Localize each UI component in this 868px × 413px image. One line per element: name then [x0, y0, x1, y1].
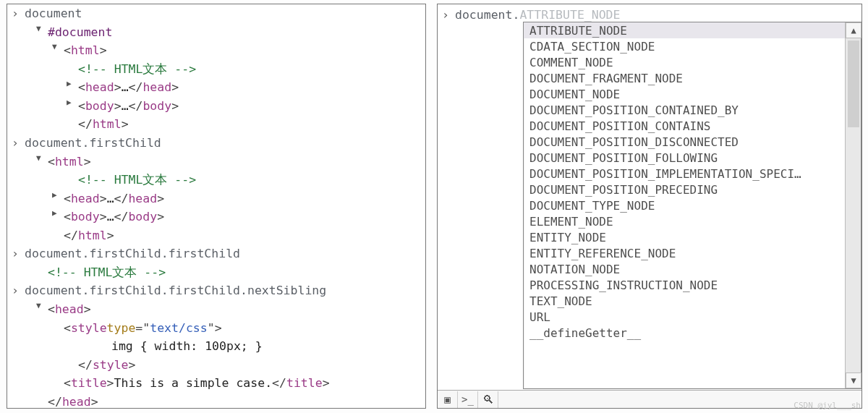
dom-tree-line[interactable]: </head>	[7, 393, 425, 412]
autocomplete-item[interactable]: DOCUMENT_POSITION_PRECEDING	[524, 182, 861, 197]
autocomplete-item[interactable]: URL	[524, 309, 861, 325]
scrollbar[interactable]: ▲ ▼	[845, 22, 861, 388]
console-entry: ›document.firstChild.firstChild	[7, 244, 425, 263]
autocomplete-item[interactable]: NOTATION_NODE	[524, 261, 861, 277]
chevron-right-icon[interactable]	[67, 96, 78, 108]
ghost-completion: ATTRIBUTE_NODE	[519, 8, 620, 22]
autocomplete-item[interactable]: __defineGetter__	[524, 325, 861, 341]
autocomplete-item[interactable]: DOCUMENT_POSITION_DISCONNECTED	[524, 134, 861, 150]
scroll-thumb[interactable]	[848, 41, 859, 127]
dom-tree-line[interactable]: <!-- HTML文本 -->	[7, 60, 425, 79]
console-entry: ›document.firstChild.firstChild.nextSibl…	[7, 281, 425, 300]
chevron-down-icon[interactable]	[52, 41, 64, 53]
autocomplete-item[interactable]: PROCESSING_INSTRUCTION_NODE	[524, 277, 861, 293]
autocomplete-item[interactable]: DOCUMENT_POSITION_FOLLOWING	[524, 150, 861, 166]
console-icon[interactable]: >_	[458, 391, 478, 408]
dom-tree-line[interactable]: <html>	[7, 41, 425, 60]
autocomplete-item[interactable]: CDATA_SECTION_NODE	[524, 38, 861, 54]
autocomplete-item[interactable]: COMMENT_NODE	[524, 54, 861, 70]
prompt-caret-icon: ›	[12, 4, 25, 23]
dom-tree-line[interactable]: img { width: 100px; }	[7, 337, 425, 356]
console-command[interactable]: document.firstChild.firstChild.nextSibli…	[25, 281, 326, 300]
autocomplete-item[interactable]: ENTITY_NODE	[524, 229, 861, 245]
dom-tree-line[interactable]: <!-- HTML文本 -->	[7, 263, 425, 282]
dom-tree-line[interactable]: <html>	[7, 153, 425, 171]
scroll-up-icon[interactable]: ▲	[846, 22, 861, 38]
console-input[interactable]: document.	[455, 8, 519, 22]
chevron-right-icon[interactable]	[52, 207, 64, 219]
console-command[interactable]: document.firstChild.firstChild	[25, 244, 240, 263]
search-icon[interactable]: 🔍︎	[478, 391, 498, 408]
autocomplete-item[interactable]: TEXT_NODE	[524, 293, 861, 309]
dom-tree-line[interactable]: </style>	[7, 356, 425, 375]
dom-tree-line[interactable]: <head>…</head>	[7, 190, 425, 208]
autocomplete-item[interactable]: DOCUMENT_POSITION_IMPLEMENTATION_SPECI…	[524, 166, 861, 182]
console-entry: ›document	[7, 4, 425, 23]
console-command[interactable]: document.firstChild	[25, 134, 161, 153]
chevron-down-icon[interactable]	[36, 152, 48, 164]
chevron-right-icon[interactable]	[67, 77, 78, 90]
dom-tree-line[interactable]: </html>	[7, 115, 425, 134]
autocomplete-popup[interactable]: ATTRIBUTE_NODECDATA_SECTION_NODECOMMENT_…	[523, 22, 861, 389]
square-icon[interactable]: ▣	[438, 391, 458, 408]
devtools-console-right: › document.ATTRIBUTE_NODE ATTRIBUTE_NODE…	[437, 4, 862, 409]
chevron-down-icon[interactable]	[36, 299, 48, 312]
dom-tree-line[interactable]: <body>…</body>	[7, 97, 425, 116]
dom-tree-line[interactable]: <head>…</head>	[7, 78, 425, 97]
dom-tree-line[interactable]: <body>…</body>	[7, 208, 425, 226]
console-entry: ›document.firstChild	[7, 134, 425, 153]
dom-tree-line[interactable]: </html>	[7, 226, 425, 245]
dom-tree-line[interactable]: #document	[7, 23, 425, 42]
console-command[interactable]: document	[25, 4, 82, 23]
scroll-down-icon[interactable]: ▼	[846, 372, 861, 388]
watermark: CSDN @jyl___sh	[793, 401, 861, 410]
autocomplete-item[interactable]: ELEMENT_NODE	[524, 213, 861, 229]
chevron-down-icon[interactable]	[36, 22, 48, 35]
devtools-console-left: ›document#document<html><!-- HTML文本 --><…	[7, 4, 426, 409]
prompt-caret-icon: ›	[12, 134, 25, 153]
prompt-caret-icon: ›	[12, 281, 25, 300]
dom-tree-line[interactable]: <title>This is a simple case.</title>	[7, 374, 425, 393]
chevron-right-icon[interactable]	[52, 189, 64, 201]
prompt-caret-icon: ›	[12, 244, 25, 263]
dom-tree-line[interactable]: <!-- HTML文本 -->	[7, 171, 425, 190]
autocomplete-item[interactable]: DOCUMENT_FRAGMENT_NODE	[524, 70, 861, 86]
autocomplete-item[interactable]: ATTRIBUTE_NODE	[524, 22, 861, 38]
autocomplete-item[interactable]: DOCUMENT_POSITION_CONTAINED_BY	[524, 102, 861, 118]
autocomplete-item[interactable]: DOCUMENT_TYPE_NODE	[524, 197, 861, 213]
autocomplete-item[interactable]: ENTITY_REFERENCE_NODE	[524, 245, 861, 261]
dom-tree-line[interactable]: <style type="text/css">	[7, 319, 425, 338]
autocomplete-item[interactable]: DOCUMENT_NODE	[524, 86, 861, 102]
prompt-caret-icon: ›	[442, 8, 455, 22]
dom-tree-line[interactable]: <head>	[7, 300, 425, 319]
autocomplete-item[interactable]: DOCUMENT_POSITION_CONTAINS	[524, 118, 861, 134]
